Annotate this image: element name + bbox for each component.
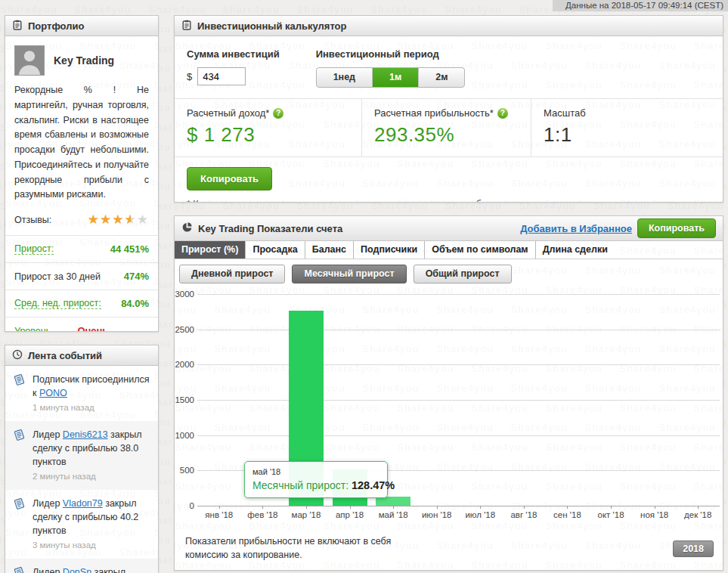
x-axis-tick <box>262 506 263 509</box>
account-indicators-panel: Key Trading Показатели счета Добавить в … <box>174 215 723 571</box>
x-axis-tick <box>524 506 525 509</box>
stat-label[interactable]: Уровень Риска: <box>14 326 78 333</box>
stat-label[interactable]: Сред. нед. прирост: <box>14 298 101 309</box>
x-axis-label: ноя '18 <box>640 510 668 519</box>
stars-fill: ★★★★★ <box>88 213 131 226</box>
y-axis-label: 2000 <box>175 360 194 369</box>
x-axis-tick <box>350 506 351 509</box>
x-axis-tick <box>306 506 307 509</box>
profit-label: Расчетная прибыльность* <box>374 107 494 119</box>
journal-icon <box>13 497 26 552</box>
subtab[interactable]: Месячный прирост <box>292 265 406 283</box>
gridline <box>197 400 720 401</box>
events-panel: Лента событий Share4you Share4you Share4… <box>5 345 159 573</box>
growth-bar-chart: май '18 Месячный прирост: 128.47% 050010… <box>175 288 723 528</box>
tab[interactable]: Просадка <box>245 241 304 259</box>
period-button-2м[interactable]: 2м <box>418 68 464 87</box>
stat-row: Прирост:44 451% <box>5 235 158 262</box>
event-text: Лидер Vladon79 закрыл сделку с прибылью … <box>33 497 150 537</box>
event-text: Подписчик присоединился к PONO <box>33 373 150 400</box>
indicator-tabs: Прирост (%)ПросадкаБалансПодписчикиОбъем… <box>175 241 723 259</box>
gridline <box>197 506 720 506</box>
y-axis-label: 2500 <box>175 325 194 334</box>
pie-chart-icon <box>181 221 193 235</box>
event-time: 2 минуты назад <box>33 470 150 483</box>
event-leader-link[interactable]: Denis6213 <box>63 429 108 440</box>
tab[interactable]: Баланс <box>305 241 353 259</box>
event-item: Лидер DonSn закрыл сделку с прибылью 37.… <box>5 559 158 573</box>
copy-button[interactable]: Копировать <box>187 167 272 190</box>
journal-icon <box>13 429 26 483</box>
stat-label: Прирост за 30 дней <box>14 271 101 282</box>
event-item: Лидер Vladon79 закрыл сделку с прибылью … <box>5 490 158 559</box>
account-title: Key Trading Показатели счета <box>198 223 342 234</box>
tab[interactable]: Объем по символам <box>424 241 534 259</box>
subtab[interactable]: Общий прирост <box>414 265 512 283</box>
y-axis-label: 500 <box>180 466 194 475</box>
period-button-1нед[interactable]: 1нед <box>317 68 372 87</box>
portfolio-stats: Прирост:44 451%Прирост за 30 дней474%Сре… <box>5 235 158 332</box>
data-timestamp: Данные на 2018-05-17 09:49:14 (CEST) <box>553 0 728 11</box>
journal-icon <box>13 566 26 573</box>
events-title: Лента событий <box>28 350 102 361</box>
x-axis-tick <box>567 506 568 509</box>
portfolio-panel: Портфолио Share4you Share4you Share4you … <box>5 15 159 332</box>
x-axis-tick <box>219 506 220 509</box>
stat-label[interactable]: Прирост: <box>14 243 54 255</box>
calculator-panel: Инвестиционный калькулятор Share4you Sha… <box>174 15 723 203</box>
event-leader-link[interactable]: DonSn <box>63 567 91 573</box>
star-rating[interactable]: ★★★★★★★★★★ <box>88 213 149 226</box>
subtab[interactable]: Дневной прирост <box>179 265 285 283</box>
chart-footnote: Показатели прибыльности не включают в се… <box>185 534 429 562</box>
period-button-1м[interactable]: 1м <box>372 68 418 87</box>
copy-button[interactable]: Копировать <box>637 218 716 238</box>
growth-subtabs: Дневной приростМесячный приростОбщий при… <box>175 259 723 288</box>
x-axis-tick <box>480 506 481 509</box>
x-axis-label: авг '18 <box>510 510 537 519</box>
leader-name: Key Trading <box>54 54 114 67</box>
x-axis-label: фев '18 <box>247 510 277 519</box>
clock-icon <box>12 349 23 362</box>
tab[interactable]: Подписчики <box>353 241 424 259</box>
event-leader-link[interactable]: PONO <box>39 388 67 398</box>
clipboard-icon <box>12 20 23 33</box>
x-axis-label: апр '18 <box>336 510 364 519</box>
income-label: Расчетный доход* <box>187 107 269 119</box>
income-value: $ 1 273 <box>187 123 349 147</box>
year-button[interactable]: 2018 <box>673 540 714 557</box>
help-icon[interactable]: ? <box>273 108 283 119</box>
event-list: Подписчик присоединился к PONO1 минута н… <box>5 366 158 573</box>
gridline <box>197 330 720 330</box>
stat-value: 84.0% <box>121 298 149 309</box>
scale-label: Масштаб <box>544 107 586 119</box>
event-text: Лидер Denis6213 закрыл сделку с прибылью… <box>33 428 150 469</box>
tab[interactable]: Прирост (%) <box>175 241 245 259</box>
x-axis-label: мар '18 <box>292 510 321 519</box>
investment-sum-input[interactable] <box>197 67 246 85</box>
x-axis-label: июл '18 <box>465 510 495 519</box>
period-segmented-control: 1нед1м2м <box>316 67 466 88</box>
y-axis-label: 0 <box>190 501 194 510</box>
gridline <box>197 435 720 436</box>
portfolio-title: Портфолио <box>28 20 84 32</box>
stat-value: 474% <box>124 271 149 282</box>
x-axis-label: окт '18 <box>598 510 624 519</box>
calculator-header: Инвестиционный калькулятор <box>175 16 723 36</box>
x-axis-tick <box>611 506 612 509</box>
event-text: Лидер DonSn закрыл сделку с прибылью 37.… <box>33 565 150 573</box>
tab[interactable]: Длина сделки <box>535 241 615 259</box>
tooltip-series-label: Месячный прирост: <box>252 479 349 491</box>
x-axis-label: сен '18 <box>553 510 581 519</box>
stat-value: 44 451% <box>110 243 149 255</box>
stat-value: Очень высокий <box>78 325 149 332</box>
gridline <box>197 294 720 295</box>
calculator-footnote: * Калькулятор основан на исторических да… <box>175 197 723 203</box>
help-icon[interactable]: ? <box>497 108 508 119</box>
scale-value: 1:1 <box>544 123 711 147</box>
reviews-label: Отзывы: <box>14 215 51 225</box>
add-to-favorites-link[interactable]: Добавить в Избранное <box>520 223 632 234</box>
currency-symbol: $ <box>187 71 192 82</box>
portfolio-header: Портфолио <box>5 16 158 36</box>
event-leader-link[interactable]: Vladon79 <box>63 498 103 509</box>
tooltip-title: май '18 <box>252 467 379 476</box>
